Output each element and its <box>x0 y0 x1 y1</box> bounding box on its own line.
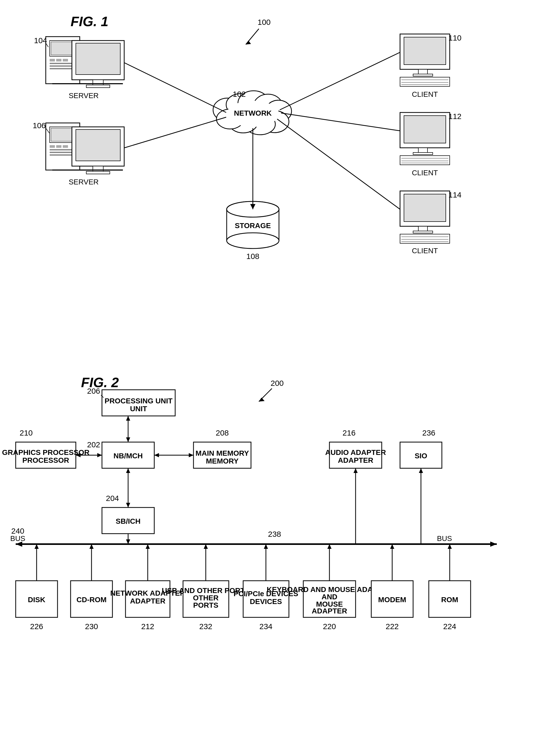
ref-112: 112 <box>448 112 461 121</box>
pci-devices-label2: DEVICES <box>250 597 282 606</box>
svg-line-73 <box>125 117 226 148</box>
svg-marker-86 <box>126 437 130 442</box>
ref-108: 108 <box>246 252 260 261</box>
svg-marker-94 <box>97 453 102 457</box>
audio-adapter-label: AUDIO ADAPTER <box>325 448 386 456</box>
svg-marker-99 <box>126 468 130 473</box>
usb-ports-label3: PORTS <box>193 601 218 609</box>
svg-rect-29 <box>86 171 110 174</box>
ref-100: 100 <box>258 18 271 26</box>
ref-204: 204 <box>106 494 119 503</box>
svg-rect-27 <box>76 129 120 161</box>
sio-label: SIO <box>415 452 427 460</box>
svg-rect-5 <box>50 59 55 61</box>
svg-rect-60 <box>400 156 450 165</box>
main-memory-label: MAIN MEMORY <box>196 449 249 457</box>
svg-rect-68 <box>400 234 450 243</box>
svg-rect-66 <box>418 226 427 231</box>
graphics-processor-label2: PROCESSOR <box>22 456 69 464</box>
svg-marker-107 <box>353 468 358 473</box>
ref-240: 240 <box>11 527 24 535</box>
svg-line-75 <box>281 113 400 131</box>
svg-marker-90 <box>189 453 194 457</box>
server2-label: SERVER <box>69 178 99 186</box>
bus2-label: BUS <box>437 534 452 543</box>
svg-point-46 <box>227 233 279 249</box>
svg-marker-80 <box>259 398 265 402</box>
svg-rect-67 <box>413 231 433 233</box>
rom-label: ROM <box>441 596 458 604</box>
disk-label: DISK <box>28 596 46 604</box>
sb-ich-label: SB/ICH <box>116 517 141 525</box>
svg-rect-21 <box>56 145 61 148</box>
svg-rect-57 <box>404 116 446 143</box>
svg-marker-89 <box>154 453 159 457</box>
ref-200: 200 <box>271 379 284 387</box>
ref-210: 210 <box>20 428 33 437</box>
ref-110: 110 <box>448 33 461 42</box>
keyboard-mouse-label2: AND <box>321 593 337 601</box>
svg-rect-14 <box>86 85 110 88</box>
ref-238: 238 <box>268 530 281 538</box>
svg-rect-59 <box>413 153 433 155</box>
ref-216: 216 <box>342 428 355 437</box>
fig1-diagram: FIG. 1 100 SERVER 104 <box>0 0 542 366</box>
usb-ports-label2: OTHER <box>193 594 219 602</box>
client3-label: CLIENT <box>412 247 438 255</box>
svg-rect-52 <box>400 77 450 86</box>
svg-rect-22 <box>63 145 68 148</box>
fig1-title: FIG. 1 <box>71 14 108 29</box>
processing-unit-label2: UNIT <box>130 405 147 413</box>
keyboard-mouse-label4: ADAPTER <box>312 607 347 615</box>
ref-104: 104 <box>34 36 47 45</box>
ref-236: 236 <box>422 428 435 437</box>
ref-224: 224 <box>443 622 456 631</box>
cd-rom-label: CD-ROM <box>76 596 106 604</box>
ref-102: 102 <box>233 90 246 98</box>
svg-line-72 <box>125 63 226 112</box>
client2-label: CLIENT <box>412 169 438 177</box>
ref-202: 202 <box>87 440 100 449</box>
svg-line-76 <box>277 119 400 209</box>
svg-marker-100 <box>126 503 130 507</box>
svg-rect-50 <box>418 69 427 74</box>
svg-marker-1 <box>246 41 251 44</box>
ref-212: 212 <box>141 622 154 631</box>
ref-232: 232 <box>199 622 212 631</box>
svg-marker-85 <box>126 416 130 421</box>
svg-rect-49 <box>404 37 446 65</box>
ref-220: 220 <box>323 622 336 631</box>
svg-rect-12 <box>76 43 120 75</box>
nb-mch-label: NB/MCH <box>114 452 143 460</box>
processing-unit-label: PROCESSING UNIT <box>105 397 173 405</box>
ref-226: 226 <box>30 622 43 631</box>
ref-230: 230 <box>85 622 98 631</box>
svg-rect-7 <box>63 59 68 61</box>
fig2-diagram: FIG. 2 200 PROCESSING UNIT UNIT 206 NB/M… <box>0 361 542 756</box>
ref-234: 234 <box>260 622 272 631</box>
ref-106: 106 <box>33 121 46 130</box>
svg-rect-19 <box>51 128 75 141</box>
svg-rect-4 <box>51 42 75 55</box>
bus1-label: BUS <box>10 534 25 543</box>
modem-label: MODEM <box>378 596 406 604</box>
storage-label: STORAGE <box>235 222 271 230</box>
svg-rect-58 <box>418 148 427 153</box>
svg-rect-65 <box>404 194 446 222</box>
svg-rect-51 <box>413 74 433 76</box>
server1-label: SERVER <box>69 92 99 100</box>
network-label: NETWORK <box>234 109 272 117</box>
svg-rect-6 <box>56 59 61 61</box>
svg-marker-103 <box>490 541 497 547</box>
client1-label: CLIENT <box>412 90 438 98</box>
network-adapter-label2: ADAPTER <box>130 597 165 605</box>
ref-114: 114 <box>448 190 461 199</box>
ref-206: 206 <box>87 387 100 395</box>
ref-222: 222 <box>386 622 399 631</box>
svg-marker-109 <box>419 468 423 473</box>
audio-adapter-label2: ADAPTER <box>338 456 373 464</box>
ref-208: 208 <box>216 428 229 437</box>
page: FIG. 1 100 SERVER 104 <box>0 0 542 756</box>
svg-line-74 <box>280 52 400 110</box>
svg-rect-20 <box>50 145 55 148</box>
